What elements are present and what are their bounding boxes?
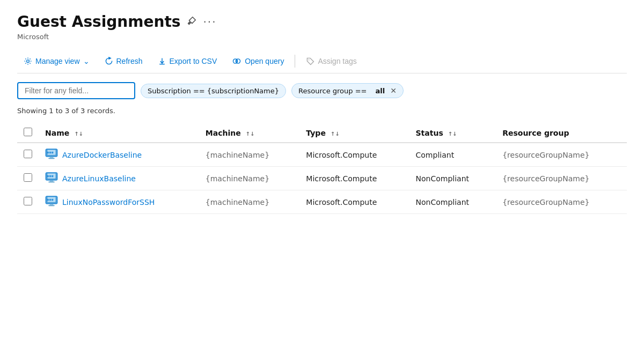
row-checkbox[interactable] xyxy=(24,150,32,158)
machine-sort-icon[interactable]: ↑↓ xyxy=(246,131,255,137)
row-type: Microsoft.Compute xyxy=(299,143,409,167)
col-name: Name ↑↓ xyxy=(39,123,199,143)
row-status: NonCompliant xyxy=(409,190,496,214)
gear-icon xyxy=(24,57,32,65)
row-machine: {machineName} xyxy=(199,143,300,167)
export-icon xyxy=(158,57,166,65)
svg-rect-28 xyxy=(52,199,53,201)
manage-view-button[interactable]: Manage view ⌄ xyxy=(17,54,96,69)
filter-input[interactable] xyxy=(25,86,128,95)
resource-name-text: LinuxNoPasswordForSSH xyxy=(62,198,155,206)
monitor-icon xyxy=(45,172,58,185)
row-machine: {machineName} xyxy=(199,190,300,214)
svg-rect-11 xyxy=(48,158,55,159)
row-check-cell xyxy=(17,167,39,190)
row-check-cell xyxy=(17,190,39,214)
select-all-checkbox[interactable] xyxy=(24,128,32,136)
page-title: Guest Assignments xyxy=(17,13,180,31)
subtitle: Microsoft xyxy=(17,33,627,41)
type-sort-icon[interactable]: ↑↓ xyxy=(331,131,340,137)
toolbar: Manage view ⌄ Refresh Export to CSV xyxy=(17,49,627,73)
resource-group-chip-value: all xyxy=(376,87,385,95)
pin-icon[interactable] xyxy=(187,16,196,28)
svg-rect-27 xyxy=(49,199,51,201)
svg-rect-21 xyxy=(52,175,53,177)
refresh-label: Refresh xyxy=(116,57,143,65)
select-all-col xyxy=(17,123,39,143)
svg-rect-10 xyxy=(50,157,54,158)
page-header: Guest Assignments ··· Microsoft xyxy=(17,13,627,41)
svg-rect-20 xyxy=(49,175,51,177)
svg-rect-12 xyxy=(47,152,49,153)
subscription-filter-chip[interactable]: Subscription == {subscriptionName} xyxy=(141,84,286,98)
row-name: AzureDockerBaseline xyxy=(39,143,199,167)
resource-group-value: {resourceGroupName} xyxy=(502,151,589,159)
tags-icon xyxy=(306,57,314,65)
svg-point-1 xyxy=(27,60,30,63)
refresh-icon xyxy=(105,57,113,65)
resource-group-chip-prefix: Resource group == xyxy=(298,87,367,95)
export-csv-label: Export to CSV xyxy=(170,57,217,65)
resource-name-link[interactable]: AzureDockerBaseline xyxy=(45,149,193,161)
row-resource-group: {resourceGroupName} xyxy=(496,190,627,214)
resource-name-text: AzureDockerBaseline xyxy=(62,151,142,159)
toolbar-separator xyxy=(295,55,295,68)
table-header-row: Name ↑↓ Machine ↑↓ Type ↑↓ Status ↑↓ Res… xyxy=(17,123,627,143)
svg-rect-13 xyxy=(49,152,51,153)
svg-rect-14 xyxy=(52,152,53,153)
monitor-icon xyxy=(45,149,58,161)
resource-group-value: {resourceGroupName} xyxy=(502,198,589,206)
row-name: LinuxNoPasswordForSSH xyxy=(39,190,199,214)
row-status: Compliant xyxy=(409,143,496,167)
row-check-cell xyxy=(17,143,39,167)
resource-group-filter-chip[interactable]: Resource group == all ✕ xyxy=(291,83,404,98)
open-query-label: Open query xyxy=(245,57,284,65)
table-row: AzureDockerBaseline {machineName}Microso… xyxy=(17,143,627,167)
filter-row: Subscription == {subscriptionName} Resou… xyxy=(17,82,627,99)
refresh-button[interactable]: Refresh xyxy=(98,54,149,69)
export-csv-button[interactable]: Export to CSV xyxy=(151,54,224,69)
manage-view-chevron: ⌄ xyxy=(83,57,90,65)
svg-rect-19 xyxy=(47,175,49,177)
assignments-table: Name ↑↓ Machine ↑↓ Type ↑↓ Status ↑↓ Res… xyxy=(17,123,627,214)
open-query-button[interactable]: Open query xyxy=(225,54,290,69)
assign-tags-label: Assign tags xyxy=(318,57,356,65)
svg-marker-2 xyxy=(109,57,111,59)
machine-value: {machineName} xyxy=(206,151,269,159)
col-machine: Machine ↑↓ xyxy=(199,123,300,143)
svg-rect-24 xyxy=(50,204,54,205)
svg-rect-18 xyxy=(48,182,55,183)
name-sort-icon[interactable]: ↑↓ xyxy=(74,131,83,137)
svg-rect-26 xyxy=(47,199,49,201)
row-resource-group: {resourceGroupName} xyxy=(496,143,627,167)
resource-name-link[interactable]: AzureLinuxBaseline xyxy=(45,172,193,185)
machine-value: {machineName} xyxy=(206,174,269,183)
subscription-chip-label: Subscription == {subscriptionName} xyxy=(148,87,279,95)
table-row: AzureLinuxBaseline {machineName}Microsof… xyxy=(17,167,627,190)
filter-input-wrap[interactable] xyxy=(17,82,135,99)
row-checkbox[interactable] xyxy=(24,197,32,205)
machine-value: {machineName} xyxy=(206,198,269,206)
table-row: LinuxNoPasswordForSSH {machineName}Micro… xyxy=(17,190,627,214)
row-machine: {machineName} xyxy=(199,167,300,190)
monitor-icon xyxy=(45,196,58,208)
resource-name-link[interactable]: LinuxNoPasswordForSSH xyxy=(45,196,193,208)
col-status: Status ↑↓ xyxy=(409,123,496,143)
row-status: NonCompliant xyxy=(409,167,496,190)
status-sort-icon[interactable]: ↑↓ xyxy=(448,131,457,137)
resource-group-value: {resourceGroupName} xyxy=(502,174,589,183)
row-name: AzureLinuxBaseline xyxy=(39,167,199,190)
svg-point-7 xyxy=(309,60,310,61)
col-type: Type ↑↓ xyxy=(299,123,409,143)
col-resource-group: Resource group xyxy=(496,123,627,143)
row-checkbox[interactable] xyxy=(24,173,32,182)
assign-tags-button[interactable]: Assign tags xyxy=(299,54,363,69)
more-options-icon[interactable]: ··· xyxy=(203,16,216,28)
resource-group-chip-close[interactable]: ✕ xyxy=(390,86,397,95)
row-resource-group: {resourceGroupName} xyxy=(496,167,627,190)
query-icon xyxy=(232,57,241,65)
manage-view-label: Manage view xyxy=(35,57,80,65)
svg-rect-17 xyxy=(50,180,54,182)
row-type: Microsoft.Compute xyxy=(299,190,409,214)
row-type: Microsoft.Compute xyxy=(299,167,409,190)
